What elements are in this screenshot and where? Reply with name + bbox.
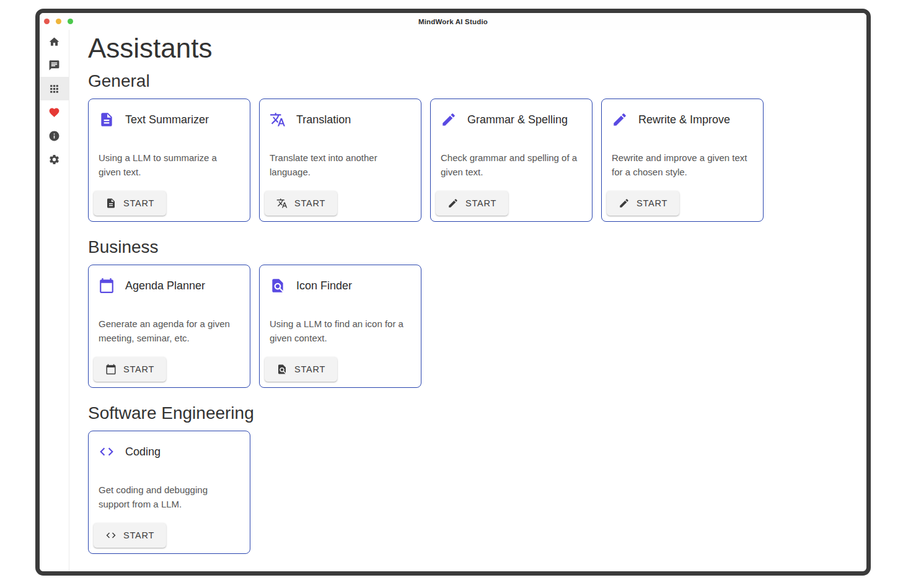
sidebar-item-favorites[interactable]	[40, 100, 69, 124]
gear-icon	[48, 154, 60, 165]
assistant-card: Rewrite & Improve Rewrite and improve a …	[601, 99, 764, 222]
zoom-button[interactable]	[68, 19, 73, 24]
pencil-icon	[441, 112, 457, 128]
card-title: Rewrite & Improve	[638, 113, 730, 126]
card-description: Using a LLM to find an icon for a given …	[260, 317, 421, 345]
page-title: Assistants	[88, 33, 848, 63]
start-button-label: START	[294, 198, 325, 208]
card-description: Using a LLM to summarize a given text.	[89, 151, 250, 179]
close-button[interactable]	[44, 19, 50, 24]
start-button[interactable]: START	[265, 357, 337, 382]
card-description: Get coding and debugging support from a …	[89, 483, 250, 511]
card-actions: START	[436, 191, 508, 216]
start-button[interactable]: START	[94, 191, 166, 216]
translate-icon	[270, 112, 286, 128]
card-title: Text Summarizer	[125, 113, 209, 126]
app-window: MindWork AI Studio Assistants General Te…	[35, 9, 871, 576]
sidebar-item-chats[interactable]	[40, 53, 69, 77]
code-icon	[105, 530, 117, 541]
content: Assistants General Text Summarizer Using…	[69, 30, 866, 571]
sidebar-item-assistants[interactable]	[40, 77, 69, 100]
pencil-icon	[447, 198, 459, 209]
card-row: Text Summarizer Using a LLM to summarize…	[88, 99, 848, 222]
titlebar: MindWork AI Studio	[40, 13, 866, 30]
card-description: Translate text into another language.	[260, 151, 421, 179]
start-button[interactable]: START	[607, 191, 679, 216]
card-header: Translation	[260, 99, 421, 128]
sidebar-item-settings[interactable]	[40, 147, 69, 171]
card-title: Grammar & Spelling	[467, 113, 568, 126]
assistant-card: Icon Finder Using a LLM to find an icon …	[259, 265, 421, 388]
card-row: Agenda Planner Generate an agenda for a …	[88, 265, 848, 388]
minimize-button[interactable]	[56, 19, 61, 24]
find-in-page-icon	[270, 278, 286, 294]
home-icon	[48, 36, 60, 48]
start-button-label: START	[123, 364, 154, 374]
chat-icon	[48, 59, 60, 71]
document-icon	[99, 112, 115, 128]
card-header: Icon Finder	[260, 265, 421, 294]
card-actions: START	[265, 357, 337, 382]
card-actions: START	[265, 191, 337, 216]
assistant-section: General Text Summarizer Using a LLM to s…	[88, 71, 848, 222]
find-in-page-icon	[276, 364, 288, 375]
card-title: Icon Finder	[296, 279, 352, 292]
card-actions: START	[94, 357, 166, 382]
card-header: Grammar & Spelling	[431, 99, 592, 128]
sidebar	[40, 30, 69, 571]
card-row: Coding Get coding and debugging support …	[88, 431, 848, 554]
code-icon	[99, 444, 115, 460]
start-button-label: START	[123, 530, 154, 540]
assistant-card: Translation Translate text into another …	[259, 99, 421, 222]
card-actions: START	[94, 523, 166, 548]
start-button[interactable]: START	[94, 523, 166, 548]
card-description: Check grammar and spelling of a given te…	[431, 151, 592, 179]
start-button-label: START	[465, 198, 496, 208]
card-header: Coding	[89, 431, 250, 460]
card-actions: START	[607, 191, 679, 216]
card-header: Agenda Planner	[89, 265, 250, 294]
assistant-section: Business Agenda Planner Generate an agen…	[88, 237, 848, 388]
info-icon	[48, 130, 60, 142]
main-area: Assistants General Text Summarizer Using…	[40, 30, 866, 571]
card-title: Agenda Planner	[125, 279, 205, 292]
heart-icon	[48, 107, 60, 118]
start-button-label: START	[294, 364, 325, 374]
document-icon	[105, 198, 117, 209]
pencil-icon	[612, 112, 628, 128]
card-actions: START	[94, 191, 166, 216]
assistant-section: Software Engineering Coding Get coding a…	[88, 403, 848, 554]
card-header: Rewrite & Improve	[602, 99, 763, 128]
assistant-card: Coding Get coding and debugging support …	[88, 431, 250, 554]
window-title: MindWork AI Studio	[418, 18, 488, 25]
start-button[interactable]: START	[94, 357, 166, 382]
translate-icon	[276, 198, 288, 209]
start-button[interactable]: START	[436, 191, 508, 216]
card-header: Text Summarizer	[89, 99, 250, 128]
assistant-card: Agenda Planner Generate an agenda for a …	[88, 265, 250, 388]
start-button[interactable]: START	[265, 191, 337, 216]
assistant-card: Text Summarizer Using a LLM to summarize…	[88, 99, 250, 222]
sidebar-item-home[interactable]	[40, 30, 69, 53]
section-title: General	[88, 71, 848, 92]
apps-grid-icon	[48, 83, 60, 95]
calendar-icon	[105, 364, 117, 375]
card-description: Generate an agenda for a given meeting, …	[89, 317, 250, 345]
sections-container: General Text Summarizer Using a LLM to s…	[88, 71, 848, 554]
card-title: Coding	[125, 445, 161, 459]
start-button-label: START	[637, 198, 667, 208]
card-title: Translation	[296, 113, 351, 126]
pencil-icon	[619, 198, 630, 209]
calendar-icon	[99, 278, 115, 294]
traffic-lights	[44, 13, 73, 30]
assistant-card: Grammar & Spelling Check grammar and spe…	[430, 99, 592, 222]
start-button-label: START	[123, 198, 154, 208]
card-description: Rewrite and improve a given text for a c…	[602, 151, 763, 179]
section-title: Software Engineering	[88, 403, 848, 424]
sidebar-item-about[interactable]	[40, 124, 69, 147]
section-title: Business	[88, 237, 848, 258]
